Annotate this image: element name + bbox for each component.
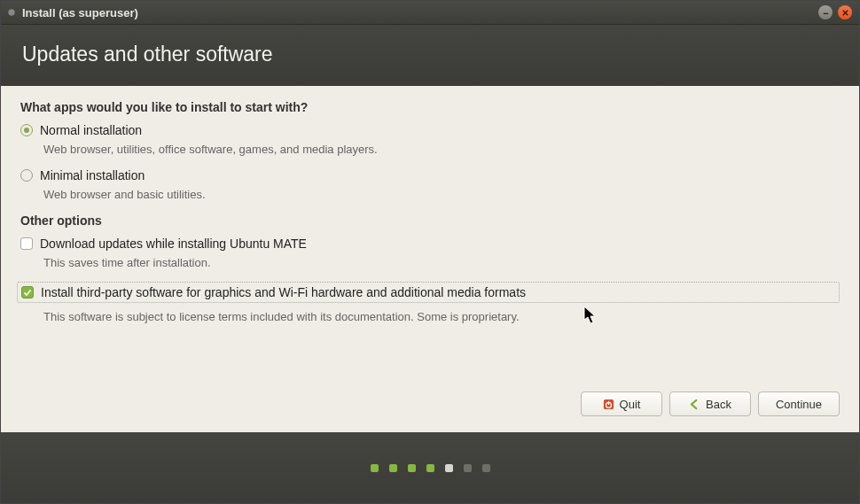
close-button[interactable] <box>838 5 852 19</box>
radio-label: Minimal installation <box>40 168 145 182</box>
radio-minimal-desc: Web browser and basic utilities. <box>43 188 840 201</box>
titlebar[interactable]: Install (as superuser) <box>1 1 859 25</box>
app-icon <box>8 9 15 16</box>
checkbox-label: Download updates while installing Ubuntu… <box>40 236 307 251</box>
checkbox-download-updates[interactable]: Download updates while installing Ubuntu… <box>20 236 840 251</box>
radio-normal-install[interactable]: Normal installation <box>20 123 840 137</box>
page-header: Updates and other software <box>1 25 859 86</box>
minimize-icon <box>822 9 830 17</box>
progress-dot <box>389 464 397 472</box>
radio-normal-desc: Web browser, utilities, office software,… <box>43 143 840 156</box>
progress-footer <box>1 432 859 503</box>
progress-dot-current <box>445 464 453 472</box>
window-controls <box>818 5 852 19</box>
page-title: Updates and other software <box>22 43 273 66</box>
focused-option-outline: Install third-party software for graphic… <box>17 282 840 303</box>
radio-icon <box>20 169 33 182</box>
other-options-heading: Other options <box>20 213 840 228</box>
installer-window: Install (as superuser) Updates and other… <box>0 0 860 504</box>
window-title: Install (as superuser) <box>22 6 818 19</box>
radio-label: Normal installation <box>40 123 142 137</box>
minimize-button[interactable] <box>818 5 833 19</box>
checkbox-third-party-desc: This software is subject to license term… <box>43 310 840 323</box>
radio-minimal-install[interactable]: Minimal installation <box>20 168 840 182</box>
radio-icon <box>20 124 33 136</box>
continue-button[interactable]: Continue <box>758 392 840 416</box>
back-arrow-icon <box>689 399 700 410</box>
button-label: Back <box>706 398 731 411</box>
progress-dot <box>408 464 416 472</box>
checkbox-icon <box>20 237 33 250</box>
check-icon <box>23 288 32 297</box>
content-area: What apps would you like to install to s… <box>1 86 859 392</box>
power-icon <box>603 399 614 410</box>
checkbox-third-party[interactable]: Install third-party software for graphic… <box>21 285 835 299</box>
button-row: Quit Back Continue <box>1 392 859 432</box>
back-button[interactable]: Back <box>669 392 751 416</box>
checkbox-label: Install third-party software for graphic… <box>41 285 526 299</box>
button-label: Continue <box>776 398 822 411</box>
quit-button[interactable]: Quit <box>581 392 662 416</box>
button-label: Quit <box>620 398 641 411</box>
checkbox-icon <box>21 286 34 299</box>
checkbox-download-desc: This saves time after installation. <box>43 256 840 269</box>
progress-dot <box>426 464 434 472</box>
apps-question: What apps would you like to install to s… <box>20 100 840 114</box>
close-icon <box>841 9 849 17</box>
progress-dot <box>464 464 472 472</box>
progress-dot <box>371 464 379 472</box>
progress-dot <box>482 464 490 472</box>
